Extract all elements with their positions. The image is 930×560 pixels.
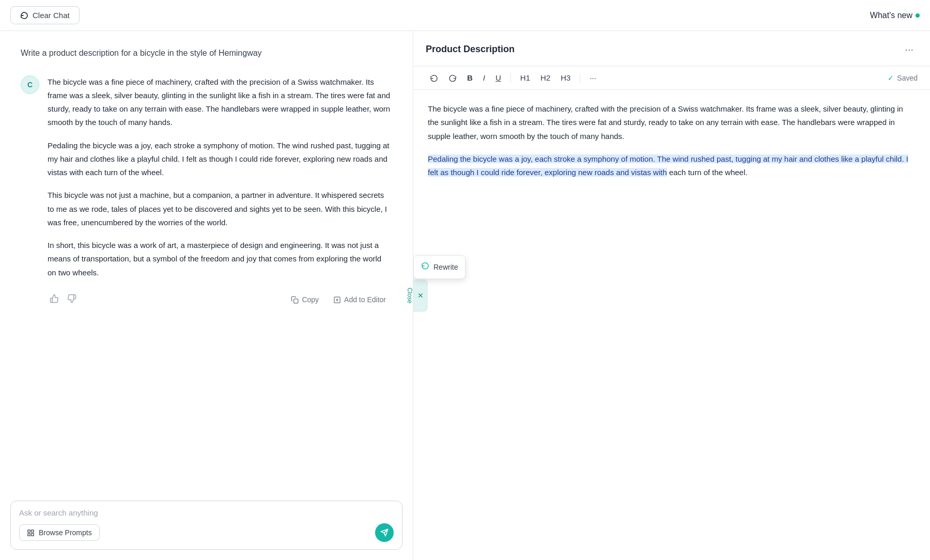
chat-input-container: Browse Prompts — [10, 501, 402, 550]
close-panel-button[interactable]: ✕ Close — [413, 279, 428, 312]
undo-icon — [430, 74, 438, 82]
svg-rect-2 — [28, 530, 30, 532]
svg-rect-3 — [32, 530, 34, 532]
topbar: Clear Chat What's new — [0, 0, 930, 31]
saved-check-icon: ✓ — [888, 74, 894, 82]
redo-button[interactable] — [444, 71, 461, 85]
close-icon: ✕ — [416, 291, 425, 300]
chat-input[interactable] — [19, 508, 394, 517]
thumbs-up-icon — [50, 294, 59, 303]
thumbs-down-button[interactable] — [65, 292, 79, 308]
add-to-editor-icon — [333, 296, 341, 304]
toolbar-separator-2 — [580, 73, 580, 83]
editor-toolbar: B I U H1 H2 H3 ··· ✓ Sav — [413, 66, 930, 90]
editor-paragraph-2-normal: each turn of the wheel. — [669, 168, 748, 177]
rewrite-popup[interactable]: Rewrite — [413, 255, 466, 279]
send-icon — [380, 528, 389, 537]
more-options-button[interactable]: ··· — [585, 70, 600, 85]
editor-header: Product Description ··· — [413, 31, 930, 66]
editor-content[interactable]: The bicycle was a fine piece of machiner… — [413, 90, 930, 560]
editor-panel: ✕ Close Product Description ··· — [413, 31, 930, 560]
highlighted-text: Pedaling the bicycle was a joy, each str… — [428, 154, 908, 177]
message-actions: Copy Add to Editor — [48, 288, 392, 308]
editor-paragraph-1: The bicycle was a fine piece of machiner… — [428, 102, 916, 143]
copy-button[interactable]: Copy — [285, 292, 325, 307]
vote-buttons — [48, 292, 79, 308]
editor-paragraph-2: Pedaling the bicycle was a joy, each str… — [428, 152, 916, 180]
svg-rect-0 — [294, 299, 298, 303]
avatar: C — [21, 75, 39, 94]
chat-messages: Write a product description for a bicycl… — [0, 31, 413, 492]
saved-indicator: ✓ Saved — [888, 74, 918, 82]
thumbs-up-button[interactable] — [48, 292, 61, 308]
toolbar-separator-1 — [510, 73, 511, 83]
more-dots-icon: ··· — [905, 43, 913, 55]
action-buttons: Copy Add to Editor — [285, 292, 392, 307]
clear-chat-button[interactable]: Clear Chat — [10, 6, 80, 24]
ai-paragraph-2: Pedaling the bicycle was a joy, each str… — [48, 139, 392, 180]
h3-button[interactable]: H3 — [556, 70, 575, 85]
rewrite-icon — [421, 260, 429, 274]
browse-prompts-button[interactable]: Browse Prompts — [19, 524, 100, 541]
h1-button[interactable]: H1 — [516, 70, 534, 85]
add-to-editor-button[interactable]: Add to Editor — [327, 292, 392, 307]
editor-title: Product Description — [426, 44, 515, 55]
ai-message-body: The bicycle was a fine piece of machiner… — [48, 75, 392, 308]
refresh-icon — [20, 11, 28, 20]
thumbs-down-icon — [67, 294, 76, 303]
chat-input-area: Browse Prompts — [0, 492, 413, 560]
ai-message: C The bicycle was a fine piece of machin… — [21, 75, 392, 308]
ai-paragraph-3: This bicycle was not just a machine, but… — [48, 189, 392, 229]
underline-button[interactable]: U — [491, 70, 505, 85]
user-message-text: Write a product description for a bicycl… — [21, 46, 392, 60]
editor-menu-button[interactable]: ··· — [901, 41, 918, 57]
notification-dot — [916, 13, 920, 18]
ai-message-text: The bicycle was a fine piece of machiner… — [48, 75, 392, 279]
whats-new-button[interactable]: What's new — [870, 11, 920, 20]
ai-paragraph-4: In short, this bicycle was a work of art… — [48, 239, 392, 279]
bold-button[interactable]: B — [463, 70, 477, 85]
redo-icon — [448, 74, 457, 82]
user-message: Write a product description for a bicycl… — [21, 46, 392, 60]
svg-rect-4 — [28, 533, 30, 535]
h2-button[interactable]: H2 — [536, 70, 554, 85]
italic-button[interactable]: I — [479, 70, 489, 85]
copy-icon — [291, 296, 299, 304]
send-button[interactable] — [375, 523, 394, 542]
browse-prompts-icon — [27, 529, 35, 537]
svg-rect-5 — [32, 533, 34, 535]
input-footer: Browse Prompts — [19, 523, 394, 542]
main-layout: Write a product description for a bicycl… — [0, 31, 930, 560]
undo-button[interactable] — [426, 71, 442, 85]
chat-panel: Write a product description for a bicycl… — [0, 31, 413, 560]
ai-paragraph-1: The bicycle was a fine piece of machiner… — [48, 75, 392, 130]
